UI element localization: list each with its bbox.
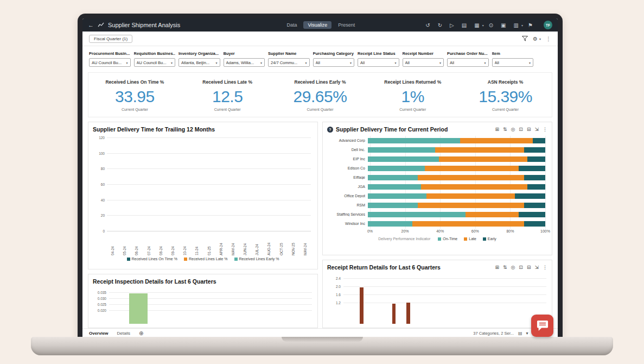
- bar-segment[interactable]: [519, 212, 545, 217]
- stacked-bar[interactable]: [368, 166, 545, 171]
- filter-select[interactable]: AU Council Bu...▾: [89, 58, 131, 67]
- bar[interactable]: [406, 303, 410, 324]
- stacked-bar[interactable]: [368, 203, 545, 208]
- stacked-bar[interactable]: [368, 193, 545, 199]
- stacked-bar[interactable]: [368, 184, 545, 190]
- stacked-bar[interactable]: [368, 212, 545, 217]
- pin-icon[interactable]: ⊙: [486, 22, 496, 28]
- bar-segment[interactable]: [368, 138, 460, 143]
- bar-segment[interactable]: [524, 221, 545, 227]
- layout-icon-caret[interactable]: ▾: [482, 23, 484, 27]
- bar-segment[interactable]: [412, 221, 524, 227]
- bar-segment[interactable]: [425, 166, 519, 171]
- expand-icon[interactable]: ⇲: [534, 127, 539, 132]
- legend-entry[interactable]: On-Time: [438, 237, 457, 241]
- annotate-icon[interactable]: ⊡: [519, 265, 523, 270]
- export-icon[interactable]: ▤: [459, 22, 469, 28]
- bar-segment[interactable]: [368, 221, 412, 227]
- bar-segment[interactable]: [426, 193, 515, 199]
- save-icon-caret[interactable]: ▾: [521, 23, 523, 27]
- bar[interactable]: [392, 304, 396, 324]
- bar-segment[interactable]: [435, 147, 524, 153]
- bar-segment[interactable]: [368, 166, 425, 171]
- filter-select[interactable]: All▾: [403, 58, 444, 67]
- bar-segment[interactable]: [524, 147, 545, 153]
- tab-visualize[interactable]: Visualize: [303, 21, 331, 29]
- filter-select[interactable]: All▾: [447, 58, 489, 67]
- bar-segment[interactable]: [368, 203, 418, 208]
- kebab-menu-icon[interactable]: ⋮: [543, 265, 547, 270]
- preview-icon[interactable]: ▷: [447, 22, 457, 28]
- annotate-icon[interactable]: ⊡: [519, 127, 523, 132]
- sort-icon[interactable]: ⇅: [503, 127, 507, 132]
- tab-present[interactable]: Present: [334, 21, 359, 29]
- stacked-bar[interactable]: [368, 221, 545, 227]
- kebab-menu-icon[interactable]: ⋮: [546, 36, 551, 42]
- filter-select[interactable]: Adams, Willia...▾: [224, 58, 265, 67]
- bar-segment[interactable]: [519, 166, 545, 171]
- legend-entry[interactable]: Early: [483, 237, 496, 241]
- bar[interactable]: [360, 287, 364, 324]
- stacked-bar[interactable]: [368, 156, 545, 162]
- stacked-bar[interactable]: [368, 175, 545, 180]
- legend-entry[interactable]: Received Lines Late %: [184, 257, 228, 261]
- bar-segment[interactable]: [368, 175, 418, 180]
- add-canvas-button[interactable]: ⊕: [139, 330, 143, 336]
- bar-segment[interactable]: [368, 184, 421, 190]
- insight-badge-icon[interactable]: ?: [327, 127, 333, 133]
- bar-segment[interactable]: [418, 175, 524, 180]
- bar-segment[interactable]: [533, 138, 545, 143]
- undo-icon[interactable]: ↺: [423, 22, 432, 28]
- bar-segment[interactable]: [421, 184, 527, 190]
- stacked-bar[interactable]: [368, 147, 545, 153]
- canvas-tab-overview[interactable]: Overview: [89, 331, 109, 336]
- bar-segment[interactable]: [368, 147, 435, 153]
- filter-select[interactable]: AU Council Bu...▾: [134, 58, 176, 67]
- bar-segment[interactable]: [524, 203, 545, 208]
- sort-icon[interactable]: ⇅: [503, 265, 507, 270]
- bookmark-icon[interactable]: ⚑: [525, 22, 535, 28]
- fiscal-quarter-filter-pill[interactable]: Fiscal Quarter (1): [89, 35, 132, 43]
- target-icon[interactable]: ◎: [511, 127, 515, 132]
- feedback-chat-button[interactable]: [531, 315, 553, 337]
- back-icon[interactable]: ←: [88, 22, 94, 28]
- gear-caret-icon[interactable]: ▾: [539, 37, 541, 41]
- avatar[interactable]: TF: [544, 21, 552, 29]
- filter-select[interactable]: Atlanta, Beijin...▾: [178, 58, 220, 67]
- bar-segment[interactable]: [515, 193, 545, 199]
- filter-select[interactable]: 24/7 Commu...▾: [268, 58, 310, 67]
- grid-icon[interactable]: ⊞: [495, 127, 499, 132]
- data-panel-icon[interactable]: ▣: [498, 22, 508, 28]
- redo-icon[interactable]: ↻: [435, 22, 445, 28]
- canvas-tab-details[interactable]: Details: [117, 331, 130, 336]
- bar-segment[interactable]: [368, 156, 439, 162]
- calendar-icon[interactable]: ⊟: [527, 265, 531, 270]
- tab-data[interactable]: Data: [282, 21, 301, 29]
- stacked-bar[interactable]: [368, 138, 545, 143]
- legend-entry[interactable]: Late: [464, 237, 476, 241]
- bar-segment[interactable]: [368, 212, 466, 217]
- bar-segment[interactable]: [460, 138, 533, 143]
- save-icon[interactable]: ▥: [511, 22, 521, 28]
- thumbnail-icon[interactable]: ▤: [518, 331, 522, 336]
- chevron-down-icon[interactable]: ▾: [526, 331, 528, 336]
- bar-segment[interactable]: [418, 203, 524, 208]
- filter-funnel-icon[interactable]: [522, 36, 528, 41]
- bar-segment[interactable]: [368, 193, 426, 199]
- bar-segment[interactable]: [527, 184, 545, 190]
- filter-select[interactable]: All▾: [313, 58, 355, 67]
- bar[interactable]: [129, 293, 148, 324]
- bar-segment[interactable]: [466, 212, 519, 217]
- filter-select[interactable]: All▾: [358, 58, 399, 67]
- gear-icon[interactable]: ⚙: [533, 36, 538, 42]
- kebab-menu-icon[interactable]: ⋮: [543, 127, 547, 132]
- calendar-icon[interactable]: ⊟: [527, 127, 531, 132]
- bar-segment[interactable]: [527, 156, 545, 162]
- filter-select[interactable]: All▾: [492, 58, 534, 67]
- grid-icon[interactable]: ⊞: [495, 265, 499, 270]
- legend-entry[interactable]: Received Lines On Time %: [127, 257, 177, 261]
- bar-segment[interactable]: [524, 175, 545, 180]
- bar-segment[interactable]: [439, 156, 528, 162]
- layout-icon[interactable]: ▦: [471, 22, 482, 28]
- expand-icon[interactable]: ⇲: [534, 265, 539, 270]
